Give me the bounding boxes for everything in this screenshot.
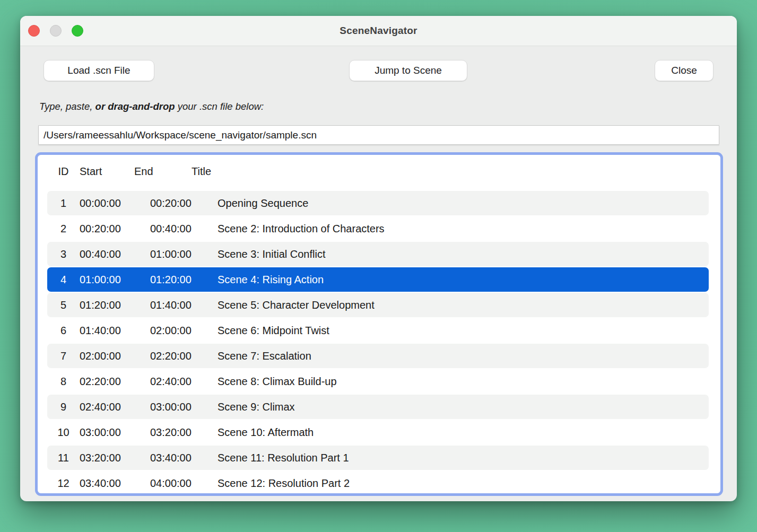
table-row[interactable]: 1 00:00:00 00:20:00 Opening Sequence — [47, 191, 709, 215]
table-row[interactable]: 10 03:00:00 03:20:00 Scene 10: Aftermath — [47, 420, 709, 444]
scene-title-cell: Opening Sequence — [216, 197, 709, 210]
scene-id-cell: 4 — [47, 274, 78, 286]
column-header-end: End — [133, 165, 190, 178]
scene-start-cell: 01:00:00 — [78, 274, 149, 286]
scene-id-cell: 6 — [47, 325, 78, 337]
table-header-row: ID Start End Title — [47, 155, 709, 188]
scene-end-cell: 03:40:00 — [149, 452, 216, 464]
title-bar[interactable]: SceneNavigator — [20, 16, 737, 46]
scene-id-cell: 2 — [47, 223, 78, 235]
instruction-text: Type, paste, or drag-and-drop your .scn … — [39, 100, 264, 114]
scene-id-cell: 10 — [47, 426, 78, 439]
scene-end-cell: 01:40:00 — [149, 299, 216, 311]
column-header-id: ID — [47, 165, 78, 178]
scene-start-cell: 00:20:00 — [78, 223, 149, 235]
table-row[interactable]: 5 01:20:00 01:40:00 Scene 5: Character D… — [47, 293, 709, 317]
column-header-start: Start — [78, 165, 133, 178]
scene-id-cell: 5 — [47, 299, 78, 311]
table-row[interactable]: 4 01:00:00 01:20:00 Scene 4: Rising Acti… — [47, 267, 709, 292]
table-row[interactable]: 8 02:20:00 02:40:00 Scene 8: Climax Buil… — [47, 369, 709, 394]
scene-end-cell: 00:40:00 — [149, 223, 216, 235]
scene-start-cell: 02:00:00 — [78, 350, 149, 362]
scene-end-cell: 00:20:00 — [149, 197, 216, 210]
scene-start-cell: 02:20:00 — [78, 376, 149, 388]
scene-start-cell: 03:20:00 — [78, 452, 149, 464]
zoom-window-icon[interactable] — [72, 25, 83, 37]
scene-end-cell: 03:20:00 — [149, 426, 216, 439]
instruction-suffix: your .scn file below: — [175, 101, 264, 112]
table-row[interactable]: 12 03:40:00 04:00:00 Scene 12: Resolutio… — [47, 471, 709, 495]
scene-id-cell: 9 — [47, 401, 78, 413]
scene-title-cell: Scene 3: Initial Conflict — [216, 248, 709, 260]
scene-list-panel: ID Start End Title 1 00:00:00 00:20:00 O… — [35, 152, 723, 496]
scene-navigator-window: SceneNavigator Load .scn File Jump to Sc… — [20, 16, 737, 501]
scene-start-cell: 02:40:00 — [78, 401, 149, 413]
scene-title-cell: Scene 12: Resolution Part 2 — [216, 477, 709, 490]
scene-title-cell: Scene 9: Climax — [216, 401, 709, 413]
scene-id-cell: 11 — [47, 452, 78, 464]
scene-start-cell: 03:00:00 — [78, 426, 149, 439]
scene-title-cell: Scene 7: Escalation — [216, 350, 709, 362]
column-header-title: Title — [190, 165, 709, 178]
scene-id-cell: 7 — [47, 350, 78, 362]
table-row[interactable]: 3 00:40:00 01:00:00 Scene 3: Initial Con… — [47, 242, 709, 266]
scene-end-cell: 01:00:00 — [149, 248, 216, 260]
traffic-lights — [28, 16, 83, 46]
table-row[interactable]: 6 01:40:00 02:00:00 Scene 6: Midpoint Tw… — [47, 318, 709, 343]
scene-start-cell: 01:40:00 — [78, 325, 149, 337]
scene-start-cell: 00:40:00 — [78, 248, 149, 260]
scene-end-cell: 03:00:00 — [149, 401, 216, 413]
scene-end-cell: 02:40:00 — [149, 376, 216, 388]
close-window-icon[interactable] — [28, 25, 40, 37]
scene-id-cell: 1 — [47, 197, 78, 210]
scene-start-cell: 03:40:00 — [78, 477, 149, 490]
scene-title-cell: Scene 6: Midpoint Twist — [216, 325, 709, 337]
jump-to-scene-button[interactable]: Jump to Scene — [349, 60, 467, 81]
scene-end-cell: 01:20:00 — [149, 274, 216, 286]
scene-end-cell: 02:00:00 — [149, 325, 216, 337]
scene-title-cell: Scene 11: Resolution Part 1 — [216, 452, 709, 464]
scene-title-cell: Scene 10: Aftermath — [216, 426, 709, 439]
load-scn-file-button[interactable]: Load .scn File — [43, 60, 154, 81]
scene-id-cell: 3 — [47, 248, 78, 260]
scene-start-cell: 01:20:00 — [78, 299, 149, 311]
minimize-window-icon[interactable] — [50, 25, 62, 37]
scene-end-cell: 04:00:00 — [149, 477, 216, 490]
scene-id-cell: 12 — [47, 477, 78, 490]
window-title: SceneNavigator — [340, 25, 417, 37]
scene-title-cell: Scene 5: Character Development — [216, 299, 709, 311]
instruction-prefix: Type, paste, — [39, 101, 95, 112]
scene-title-cell: Scene 4: Rising Action — [216, 274, 709, 286]
scene-id-cell: 8 — [47, 376, 78, 388]
table-row[interactable]: 11 03:20:00 03:40:00 Scene 11: Resolutio… — [47, 446, 709, 470]
scene-title-cell: Scene 8: Climax Build-up — [216, 376, 709, 388]
scene-end-cell: 02:20:00 — [149, 350, 216, 362]
table-row[interactable]: 9 02:40:00 03:00:00 Scene 9: Climax — [47, 395, 709, 419]
close-button[interactable]: Close — [655, 60, 714, 81]
scn-file-path-input[interactable] — [38, 125, 719, 145]
table-row[interactable]: 2 00:20:00 00:40:00 Scene 2: Introductio… — [47, 216, 709, 241]
table-row[interactable]: 7 02:00:00 02:20:00 Scene 7: Escalation — [47, 344, 709, 368]
scene-rows: 1 00:00:00 00:20:00 Opening Sequence 2 0… — [38, 188, 720, 495]
scene-title-cell: Scene 2: Introduction of Characters — [216, 223, 709, 235]
scene-start-cell: 00:00:00 — [78, 197, 149, 210]
instruction-bold: or drag-and-drop — [95, 101, 175, 112]
